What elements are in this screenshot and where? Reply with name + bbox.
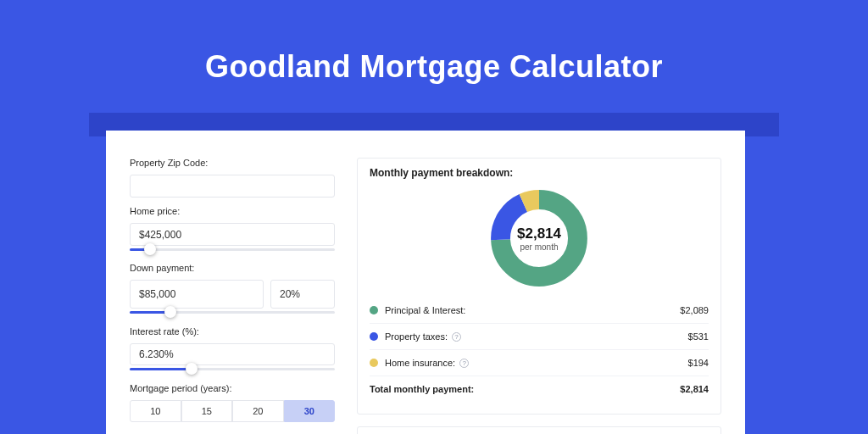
total-label: Total monthly payment:: [370, 384, 680, 394]
legend-label: Property taxes:?: [385, 331, 688, 342]
legend-value: $194: [688, 358, 709, 368]
legend-row: Property taxes:?$531: [370, 323, 709, 349]
down-payment-slider[interactable]: [130, 308, 335, 317]
breakdown-title: Monthly payment breakdown:: [370, 167, 709, 179]
legend-row: Home insurance:?$194: [370, 349, 709, 376]
zip-input[interactable]: [130, 175, 335, 198]
payment-donut-chart: $2,814 per month: [488, 187, 590, 289]
home-price-slider[interactable]: [130, 245, 335, 254]
period-option-15[interactable]: 15: [181, 400, 233, 422]
period-option-30[interactable]: 30: [284, 400, 336, 422]
interest-rate-input[interactable]: [130, 343, 335, 366]
legend-value: $2,089: [680, 305, 709, 315]
interest-rate-slider[interactable]: [130, 364, 335, 374]
mortgage-period-label: Mortgage period (years):: [130, 383, 335, 393]
donut-center-amount: $2,814: [517, 225, 561, 242]
period-option-20[interactable]: 20: [232, 400, 284, 422]
legend-dot: [370, 359, 378, 367]
info-icon[interactable]: ?: [459, 359, 469, 368]
home-price-label: Home price:: [130, 206, 335, 216]
form-column: Property Zip Code: Home price: Down paym…: [130, 158, 335, 434]
page-title: Goodland Mortgage Calculator: [0, 0, 868, 85]
amortization-card: Amortization for mortgage loan Amortizat…: [357, 426, 721, 434]
legend-value: $531: [688, 331, 709, 342]
down-payment-input[interactable]: [130, 280, 264, 309]
home-price-input[interactable]: [130, 223, 335, 246]
legend-label: Principal & Interest:: [385, 305, 680, 315]
legend-label: Home insurance:?: [385, 358, 688, 368]
legend-dot: [370, 332, 378, 341]
down-payment-percent-input[interactable]: [270, 280, 335, 309]
down-payment-label: Down payment:: [130, 263, 335, 273]
info-icon[interactable]: ?: [452, 332, 461, 342]
mortgage-period-group: 10152030: [130, 400, 335, 422]
period-option-10[interactable]: 10: [130, 400, 181, 422]
results-column: Monthly payment breakdown: $2,814 per mo…: [357, 158, 721, 434]
donut-center-sub: per month: [520, 242, 558, 252]
total-value: $2,814: [680, 384, 709, 394]
legend-dot: [370, 306, 378, 314]
zip-label: Property Zip Code:: [130, 158, 335, 168]
interest-rate-label: Interest rate (%):: [130, 326, 335, 337]
calculator-panel: Property Zip Code: Home price: Down paym…: [106, 131, 745, 434]
breakdown-card: Monthly payment breakdown: $2,814 per mo…: [357, 158, 721, 415]
legend-row: Principal & Interest:$2,089: [370, 298, 709, 323]
